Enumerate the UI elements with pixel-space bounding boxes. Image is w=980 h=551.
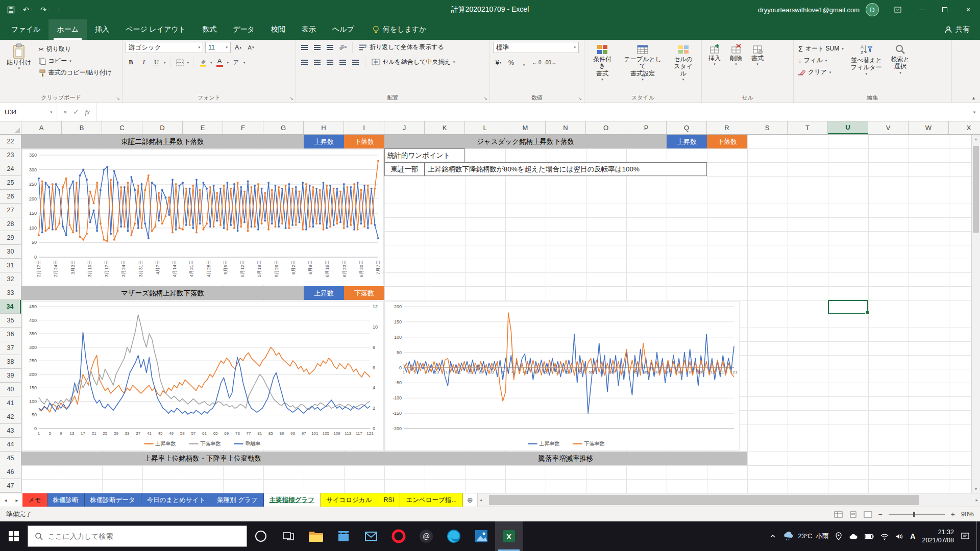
customize-qat-button[interactable]: ▾ (58, 8, 60, 12)
delete-cells-button[interactable]: 削除▾ (726, 42, 746, 68)
column-header-I[interactable]: I (344, 121, 384, 134)
save-button[interactable] (7, 6, 15, 14)
expand-formula-bar-button[interactable]: ▾ (969, 103, 980, 121)
sheet-tab-kyou-no-matome-site[interactable]: 今日のまとめサイト (141, 493, 212, 507)
increase-decimal-button[interactable]: ←.0 (531, 57, 542, 68)
column-header-C[interactable]: C (102, 121, 142, 134)
taskbar-search[interactable] (28, 525, 247, 547)
account-avatar[interactable]: D (866, 3, 879, 16)
sheet-tab-gyoshubetsu-graph[interactable]: 業種別 グラフ (211, 493, 263, 507)
undo-button[interactable]: ↶▾ (23, 6, 32, 14)
row-header-32[interactable]: 32 (0, 272, 21, 286)
weather-widget[interactable]: 23°C 小雨 (783, 531, 828, 541)
row-header-33[interactable]: 33 (0, 286, 21, 300)
insert-cells-button[interactable]: 挿入▾ (705, 42, 724, 68)
name-box[interactable]: U34▾ (0, 103, 57, 121)
column-header-O[interactable]: O (586, 121, 626, 134)
column-header-X[interactable]: X (949, 121, 980, 134)
page-layout-view-icon[interactable] (849, 511, 857, 518)
sheet-tab-shuyo-shihyo-graph[interactable]: 主要指標グラフ (264, 493, 321, 507)
insert-function-button[interactable]: fx (85, 108, 90, 116)
font-color-button[interactable]: A (214, 57, 225, 68)
cortana-button[interactable] (247, 521, 275, 551)
column-header-K[interactable]: K (425, 121, 465, 134)
cell-i33-down[interactable]: 下落数 (344, 286, 384, 300)
page-break-view-icon[interactable] (864, 511, 872, 518)
battery-tray-icon[interactable] (865, 534, 874, 539)
column-header-H[interactable]: H (304, 121, 344, 134)
column-header-L[interactable]: L (465, 121, 505, 134)
cell-onepoint-head[interactable]: 東証一部 (384, 162, 425, 176)
action-center-button[interactable] (961, 532, 970, 541)
scroll-right-icon[interactable]: ▸ (975, 497, 978, 503)
format-painter-button[interactable]: 書式のコピー/貼り付け (37, 67, 114, 78)
account-email[interactable]: dryyourtearswithlove1@gmail.com (758, 6, 860, 14)
autosum-button[interactable]: Σオート SUM▾ (797, 43, 845, 54)
row-header-23[interactable]: 23 (0, 148, 21, 162)
formula-input[interactable] (96, 103, 969, 121)
ribbon-tab-insert[interactable]: 挿入 (87, 19, 117, 40)
align-bottom-button[interactable] (325, 42, 335, 53)
copy-button[interactable]: コピー▾ (37, 56, 114, 66)
hidden-icons-button[interactable] (769, 533, 776, 539)
start-button[interactable] (0, 521, 28, 551)
normal-view-icon[interactable] (834, 511, 843, 518)
column-header-D[interactable]: D (142, 121, 183, 134)
clipboard-dialog-launcher[interactable]: ↘ (116, 96, 120, 101)
row-header-31[interactable]: 31 (0, 259, 21, 272)
cell-i22-down[interactable]: 下落数 (344, 135, 384, 148)
task-view-button[interactable] (275, 521, 302, 551)
column-header-E[interactable]: E (183, 121, 223, 134)
row-header-47[interactable]: 47 (0, 479, 21, 493)
opera-button[interactable] (385, 521, 412, 551)
ribbon-tab-file[interactable]: ファイル (3, 19, 48, 40)
chart-tosho2-updown[interactable]: 0501001502002503003502月17日2月24日3月3日3月10日… (22, 149, 384, 285)
sheet-nav-right[interactable]: ▸ (11, 493, 22, 507)
at-app-button[interactable]: @ (412, 521, 440, 551)
edge-button[interactable] (440, 521, 468, 551)
column-header-B[interactable]: B (62, 121, 102, 134)
row-header-35[interactable]: 35 (0, 314, 21, 328)
column-header-P[interactable]: P (626, 121, 667, 134)
alignment-dialog-launcher[interactable]: ↘ (483, 96, 487, 101)
font-size-combo[interactable]: 11▾ (205, 42, 231, 53)
sheet-tab-rsi[interactable]: RSI (378, 493, 401, 507)
ribbon-tab-view[interactable]: 表示 (293, 19, 324, 40)
selected-cell-U34[interactable] (828, 300, 868, 314)
currency-format-button[interactable]: ¥▾ (493, 57, 504, 68)
chart-advance-decline[interactable]: -200-150-100-500501001502001591317212529… (385, 301, 740, 450)
row-header-36[interactable]: 36 (0, 328, 21, 341)
cell-onepoint-text[interactable]: 上昇銘柄数下降銘柄数が80%を超えた場合には翌日の反転率は100% (425, 162, 707, 176)
maximize-button[interactable] (933, 0, 957, 19)
fill-button[interactable]: ↓フィル▾ (797, 55, 845, 66)
sheet-grid[interactable]: 東証二部銘柄上昇数下落数 上昇数 下落数 ジャスダック銘柄上昇数下落数 上昇数 … (21, 135, 971, 493)
column-header-M[interactable]: M (505, 121, 546, 134)
photos-button[interactable] (468, 521, 495, 551)
minimize-button[interactable] (910, 0, 933, 19)
close-button[interactable]: × (957, 0, 980, 19)
row-header-45[interactable]: 45 (0, 452, 21, 465)
cell-band-tosho2[interactable]: 東証二部銘柄上昇数下落数 (21, 135, 304, 148)
sheet-tab-kabuka-shindan[interactable]: 株価診断 (47, 493, 85, 507)
align-top-button[interactable] (299, 42, 310, 53)
select-all-corner[interactable] (0, 121, 21, 134)
italic-button[interactable]: I (138, 57, 149, 68)
row-header-40[interactable]: 40 (0, 383, 21, 396)
cell-h22-up[interactable]: 上昇数 (304, 135, 344, 148)
cancel-icon[interactable]: × (63, 108, 67, 116)
column-header-T[interactable]: T (788, 121, 828, 134)
wrap-text-button[interactable]: 折り返して全体を表示する (357, 42, 446, 52)
column-header-F[interactable]: F (223, 121, 263, 134)
paste-button[interactable]: 貼り付け▾ (3, 42, 35, 72)
align-right-button[interactable] (325, 57, 335, 67)
vertical-scroll-thumb[interactable] (973, 146, 979, 233)
horizontal-scrollbar[interactable]: ◂ ▸ (477, 493, 980, 507)
orientation-button[interactable]: ab▾ (337, 42, 348, 53)
underline-button[interactable]: U (151, 57, 162, 68)
zoom-level[interactable]: 90% (961, 511, 974, 518)
conditional-formatting-button[interactable]: 条件付き書式▾ (587, 42, 617, 83)
enter-icon[interactable]: ✓ (74, 108, 79, 116)
network-tray-icon[interactable] (880, 533, 889, 540)
phonetic-guide-button[interactable]: ア (231, 57, 241, 68)
find-select-button[interactable]: 検索と選択▾ (888, 42, 913, 77)
